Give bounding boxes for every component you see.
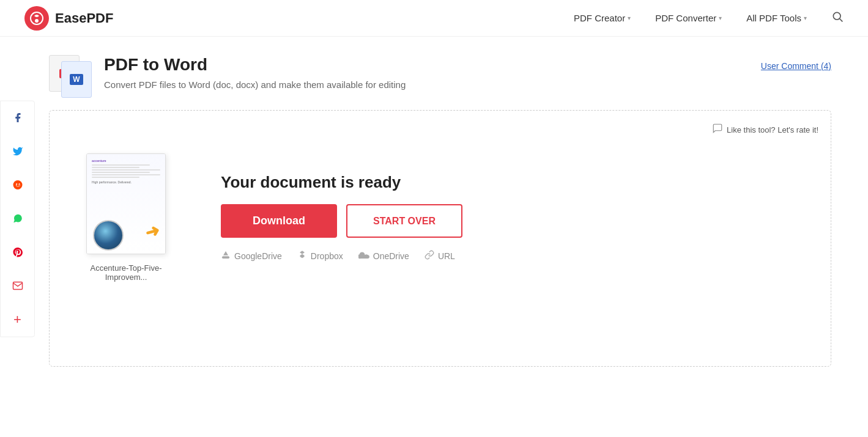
result-area: Your document is ready Download START OV… [221, 173, 462, 262]
chevron-down-icon: ▾ [804, 15, 807, 21]
chevron-down-icon: ▾ [628, 15, 631, 21]
word-file-icon: W [61, 61, 92, 98]
chevron-down-icon: ▾ [719, 15, 722, 21]
logo-text: EasePDF [55, 10, 113, 26]
download-button[interactable]: Download [221, 204, 337, 238]
dropbox-icon [297, 250, 307, 262]
page-title-area: A W PDF to Word Convert PDF files to Wor… [49, 55, 406, 98]
nav-pdf-converter[interactable]: PDF Converter ▾ [655, 13, 722, 23]
url-icon [425, 250, 434, 262]
logo[interactable]: EasePDF [24, 6, 113, 31]
nav-pdf-creator[interactable]: PDF Creator ▾ [574, 13, 631, 23]
page-subtitle: Convert PDF files to Word (doc, docx) an… [104, 79, 406, 90]
user-comment-link[interactable]: User Comment (4) [761, 61, 831, 71]
social-sidebar: + [0, 100, 35, 337]
page-title: PDF to Word [104, 55, 406, 75]
googledrive-option[interactable]: GoogleDrive [221, 250, 282, 262]
comment-icon [712, 123, 723, 136]
header: EasePDF PDF Creator ▾ PDF Converter ▾ Al… [0, 0, 868, 37]
svg-point-1 [35, 19, 39, 23]
file-preview-area: accenture High performance. Delivered. ➜ [80, 153, 172, 282]
content-area: accenture High performance. Delivered. ➜ [68, 129, 812, 306]
title-text-group: PDF to Word Convert PDF files to Word (d… [104, 55, 406, 90]
action-buttons: Download START OVER [221, 204, 462, 238]
tool-container: Like this tool? Let's rate it! accenture [49, 110, 831, 367]
preview-circle [93, 220, 124, 251]
like-tool-button[interactable]: Like this tool? Let's rate it! [712, 123, 818, 136]
facebook-share-button[interactable] [1, 101, 34, 134]
onedrive-icon [358, 251, 369, 262]
more-share-button[interactable]: + [1, 303, 34, 336]
email-share-button[interactable] [1, 269, 34, 303]
onedrive-option[interactable]: OneDrive [358, 251, 409, 262]
search-icon[interactable] [831, 10, 844, 26]
file-preview: accenture High performance. Delivered. ➜ [86, 153, 166, 254]
like-tool-text: Like this tool? Let's rate it! [727, 125, 818, 134]
result-title: Your document is ready [221, 173, 462, 192]
googledrive-icon [221, 250, 231, 262]
url-option[interactable]: URL [425, 250, 455, 262]
pinterest-share-button[interactable] [1, 235, 34, 269]
svg-point-4 [13, 180, 22, 189]
dropbox-option[interactable]: Dropbox [297, 250, 343, 262]
nav-all-pdf-tools[interactable]: All PDF Tools ▾ [746, 13, 807, 23]
twitter-share-button[interactable] [1, 134, 34, 168]
arrow-icon: ➜ [143, 220, 161, 243]
main-nav: PDF Creator ▾ PDF Converter ▾ All PDF To… [574, 10, 844, 26]
start-over-button[interactable]: START OVER [346, 204, 462, 238]
main-content: A W PDF to Word Convert PDF files to Wor… [0, 37, 868, 385]
svg-point-2 [833, 12, 840, 20]
whatsapp-share-button[interactable] [1, 202, 34, 235]
svg-line-3 [840, 19, 843, 22]
reddit-share-button[interactable] [1, 168, 34, 202]
page-header: A W PDF to Word Convert PDF files to Wor… [49, 55, 831, 110]
cloud-options: GoogleDrive Dropbox OneDrive [221, 250, 462, 262]
file-icon-group: A W [49, 55, 92, 98]
logo-icon [24, 6, 49, 31]
file-name: Accenture-Top-Five-Improvem... [80, 263, 172, 282]
